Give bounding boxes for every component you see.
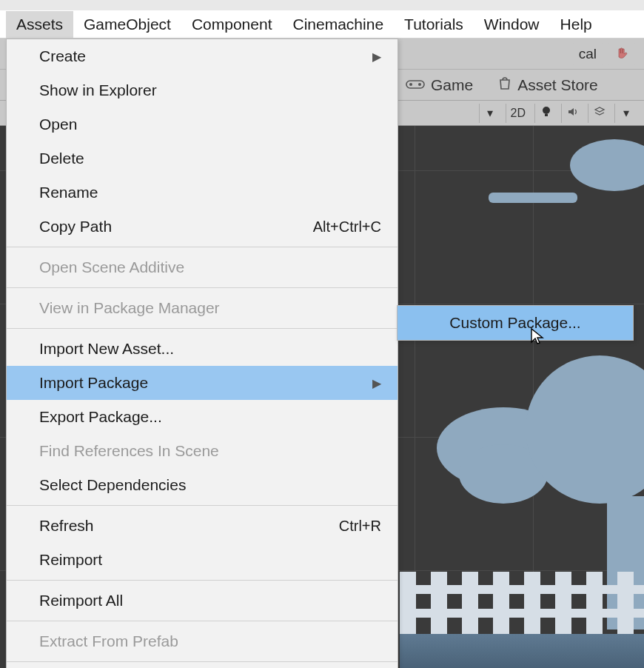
menu-item-reimport[interactable]: Reimport: [7, 543, 398, 577]
menu-item-run-api-updater: Run API Updater...: [7, 665, 398, 668]
svg-point-3: [543, 107, 550, 114]
tab-asset-store-label: Asset Store: [517, 76, 598, 94]
menu-item-label: Rename: [39, 184, 98, 201]
menu-item-label: Open: [39, 116, 77, 133]
menu-item-import-package[interactable]: Import Package ▶: [7, 366, 398, 400]
menu-item-extract-from-prefab: Extract From Prefab: [7, 624, 398, 658]
menu-item-label: Reimport: [39, 551, 102, 569]
menu-separator: [7, 287, 398, 288]
scene-audio-toggle[interactable]: [561, 104, 583, 123]
menu-item-select-dependencies[interactable]: Select Dependencies: [7, 468, 398, 502]
menu-item-find-references-in-scene: Find References In Scene: [7, 434, 398, 468]
menubar-item-tutorials[interactable]: Tutorials: [394, 11, 474, 38]
bag-icon: [498, 76, 511, 94]
assets-dropdown-menu: Create ▶ Show in Explorer Open Delete Re…: [6, 39, 398, 668]
menubar-item-cinemachine[interactable]: Cinemachine: [283, 11, 395, 38]
menu-item-show-in-explorer[interactable]: Show in Explorer: [7, 73, 398, 107]
scene-lighting-toggle[interactable]: [534, 104, 557, 123]
menu-separator: [7, 247, 398, 247]
scene-cloud: [570, 139, 644, 191]
import-package-submenu: Custom Package...: [397, 305, 634, 341]
hand-icon: [614, 48, 629, 60]
svg-point-1: [409, 83, 412, 86]
menu-item-label: Export Package...: [39, 408, 162, 426]
scene-more-dropdown[interactable]: ▾: [614, 104, 637, 123]
menu-item-label: Find References In Scene: [39, 442, 219, 460]
menu-shortcut: Ctrl+R: [339, 518, 381, 535]
menubar-item-gameobject[interactable]: GameObject: [73, 11, 181, 38]
tab-game-label: Game: [431, 76, 473, 94]
menu-item-create[interactable]: Create ▶: [7, 39, 398, 73]
menu-item-label: Copy Path: [39, 218, 112, 236]
menu-item-label: Extract From Prefab: [39, 632, 178, 650]
tab-asset-store[interactable]: Asset Store: [492, 73, 604, 97]
menu-item-label: Show in Explorer: [39, 81, 157, 99]
menu-separator: [7, 661, 398, 662]
hand-tool-button[interactable]: [607, 43, 637, 65]
menu-item-copy-path[interactable]: Copy Path Alt+Ctrl+C: [7, 210, 398, 244]
scene-effects-toggle[interactable]: [588, 104, 610, 123]
svg-rect-0: [406, 81, 424, 88]
menu-item-open-scene-additive: Open Scene Additive: [7, 250, 398, 284]
gamepad-icon: [406, 76, 425, 94]
scene-fence: [400, 572, 644, 638]
menu-shortcut: Alt+Ctrl+C: [313, 218, 381, 236]
menubar-item-window[interactable]: Window: [474, 11, 550, 38]
scene-platform: [489, 193, 577, 203]
chevron-right-icon: ▶: [372, 50, 381, 64]
shading-mode-dropdown[interactable]: ▾: [479, 104, 501, 123]
menu-item-label: Refresh: [39, 517, 94, 535]
menu-item-reimport-all[interactable]: Reimport All: [7, 584, 398, 618]
menu-item-label: Create: [39, 47, 86, 65]
menu-item-view-in-package-manager: View in Package Manager: [7, 291, 398, 325]
svg-rect-4: [545, 114, 548, 116]
menu-item-import-new-asset[interactable]: Import New Asset...: [7, 332, 398, 366]
menu-item-label: Custom Package...: [449, 314, 580, 332]
menu-bar: Assets GameObject Component Cinemachine …: [0, 10, 644, 39]
menu-item-label: Import New Asset...: [39, 340, 174, 358]
tab-game[interactable]: Game: [400, 73, 479, 97]
pivot-mode-selector[interactable]: cal: [571, 43, 604, 65]
menu-separator: [7, 505, 398, 506]
menubar-item-component[interactable]: Component: [181, 11, 283, 38]
submenu-item-custom-package[interactable]: Custom Package...: [398, 306, 633, 340]
svg-point-2: [418, 83, 421, 86]
title-bar: [0, 0, 644, 10]
chevron-right-icon: ▶: [372, 376, 381, 390]
menu-item-export-package[interactable]: Export Package...: [7, 400, 398, 434]
menu-separator: [7, 621, 398, 621]
menu-separator: [7, 328, 398, 329]
menubar-item-assets[interactable]: Assets: [6, 11, 73, 38]
menu-item-delete[interactable]: Delete: [7, 141, 398, 176]
menu-item-label: Import Package: [39, 374, 148, 392]
scene-ground: [400, 634, 644, 668]
menu-separator: [7, 580, 398, 581]
layers-icon: [594, 107, 606, 120]
menu-item-rename[interactable]: Rename: [7, 176, 398, 210]
menu-item-label: Select Dependencies: [39, 476, 186, 494]
lightbulb-icon: [541, 106, 551, 121]
menu-item-refresh[interactable]: Refresh Ctrl+R: [7, 509, 398, 543]
menu-item-label: Reimport All: [39, 592, 123, 609]
pivot-mode-label: cal: [579, 46, 597, 62]
speaker-icon: [567, 107, 579, 120]
menu-item-label: View in Package Manager: [39, 299, 220, 317]
menu-item-open[interactable]: Open: [7, 107, 398, 141]
menu-item-label: Delete: [39, 150, 84, 167]
menubar-item-help[interactable]: Help: [550, 11, 603, 38]
menu-item-label: Open Scene Additive: [39, 258, 184, 276]
mode-2d-toggle[interactable]: 2D: [506, 104, 530, 123]
